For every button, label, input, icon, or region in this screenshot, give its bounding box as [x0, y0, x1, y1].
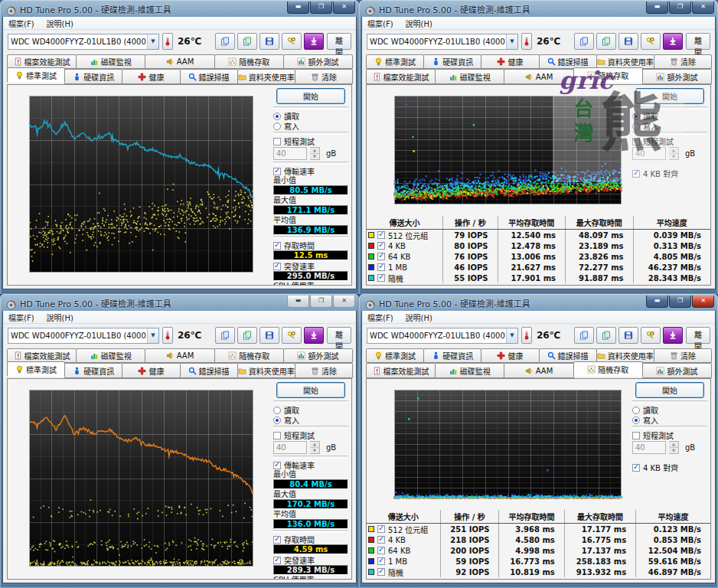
spinner-down-icon[interactable]: ▼ — [669, 154, 678, 159]
tab-fileperf[interactable]: 檔案效能測試 — [366, 69, 436, 84]
radio-unselected[interactable] — [273, 122, 281, 130]
maximize-button[interactable]: ❐ — [669, 2, 691, 14]
tab-monitor[interactable]: 磁碟監視 — [435, 363, 504, 378]
drive-select[interactable]: WDC WD4000FYYZ-01UL1B0 (4000 gB ▼ — [367, 328, 518, 344]
align-4kb-checkbox[interactable]: 4 KB 對齊 — [632, 168, 707, 178]
burst-rate-checkbox[interactable]: 突發速率 — [273, 261, 348, 271]
spinner-down-icon[interactable]: ▼ — [310, 154, 319, 159]
tab-info[interactable]: 硬碟資訊 — [64, 363, 122, 378]
minimize-button[interactable]: ▬ — [287, 2, 309, 14]
temperature-button[interactable] — [521, 327, 532, 344]
close-button[interactable]: ✕ — [333, 296, 355, 308]
checkbox[interactable] — [632, 432, 640, 439]
tab-bulb[interactable]: 標準測試 — [366, 54, 424, 69]
radio-unselected[interactable] — [273, 407, 281, 414]
copy-text-button[interactable] — [574, 33, 594, 50]
radio-selected[interactable] — [273, 416, 281, 424]
tab-folder[interactable]: 資料夾使用率 — [237, 69, 295, 84]
temperature-button[interactable] — [162, 33, 173, 50]
spinner-buttons[interactable]: ▲▼ — [310, 441, 320, 454]
access-time-checkbox[interactable]: 存取時間 — [273, 534, 348, 544]
tab-info[interactable]: 硬碟資訊 — [64, 69, 122, 84]
short-test-size-input[interactable]: 40 — [632, 147, 666, 160]
drive-select[interactable]: WDC WD4000FYYZ-01UL1B0 (4000 gB ▼ — [8, 328, 159, 344]
close-button[interactable]: ✕ — [692, 2, 714, 14]
copy-image-button[interactable] — [596, 327, 616, 344]
close-button[interactable]: ✕ — [692, 296, 714, 308]
spinner-up-icon[interactable]: ▲ — [669, 148, 678, 154]
start-button[interactable]: 開始 — [276, 88, 345, 104]
start-button[interactable]: 開始 — [635, 88, 704, 104]
tab-health[interactable]: 健康 — [122, 363, 180, 378]
spinner-down-icon[interactable]: ▼ — [669, 448, 678, 453]
tab-bulb[interactable]: 標準測試 — [366, 348, 424, 363]
titlebar[interactable]: HD Tune Pro 5.00 - 硬碟檢測-維護工具 ▬ ❐ ✕ — [361, 294, 716, 311]
spinner-up-icon[interactable]: ▲ — [669, 442, 678, 448]
write-radio[interactable]: 寫入 — [273, 415, 348, 425]
drive-select[interactable]: WDC WD4000FYYZ-01UL1B0 (4000 gB ▼ — [8, 34, 159, 50]
checkbox[interactable] — [273, 263, 281, 270]
copy-image-button[interactable] — [237, 327, 257, 344]
copy-image-button[interactable] — [596, 33, 616, 50]
maximize-button[interactable]: ❐ — [310, 2, 332, 14]
write-radio[interactable]: 寫入 — [632, 415, 707, 425]
copy-image-button[interactable] — [237, 33, 257, 50]
tab-trash[interactable]: 清除 — [295, 69, 353, 84]
align-4kb-checkbox[interactable]: 4 KB 對齊 — [632, 462, 707, 472]
transfer-rate-checkbox[interactable]: 傳輸速率 — [273, 460, 348, 470]
short-test-size-input[interactable]: 40 — [273, 147, 307, 160]
menu-help[interactable]: 說明(H) — [406, 312, 432, 323]
tab-aam[interactable]: AAM — [145, 54, 214, 69]
tab-trash[interactable]: 清除 — [654, 54, 712, 69]
tab-bulb[interactable]: 標準測試 — [7, 67, 65, 83]
tab-random[interactable]: 隨機存取 — [573, 67, 643, 83]
checkbox[interactable] — [273, 557, 281, 564]
tab-extra[interactable]: 額外測試 — [642, 363, 712, 378]
series-checkbox[interactable] — [377, 547, 385, 554]
menu-file[interactable]: 檔案(F) — [367, 312, 393, 323]
checkbox[interactable] — [273, 536, 281, 544]
radio-selected[interactable] — [632, 113, 640, 120]
series-checkbox[interactable] — [377, 231, 385, 239]
radio-selected[interactable] — [632, 416, 640, 424]
minimize-button[interactable]: ▬ — [287, 296, 309, 308]
tab-extra[interactable]: 額外測試 — [642, 69, 712, 84]
copy-text-button[interactable] — [215, 33, 235, 50]
start-button[interactable]: 開始 — [276, 382, 345, 398]
temperature-button[interactable] — [162, 327, 173, 344]
access-time-checkbox[interactable]: 存取時間 — [273, 240, 348, 250]
tab-scan[interactable]: 錯誤掃描 — [180, 363, 238, 378]
tab-monitor[interactable]: 磁碟監視 — [435, 69, 504, 84]
series-checkbox[interactable] — [377, 536, 385, 544]
short-test-checkbox[interactable]: 短程測試 — [273, 430, 348, 440]
tab-monitor[interactable]: 磁碟監視 — [76, 54, 145, 69]
checkbox[interactable] — [632, 170, 640, 178]
options-keys-button[interactable] — [282, 327, 302, 344]
copy-text-button[interactable] — [574, 327, 594, 344]
save-button[interactable] — [618, 33, 638, 50]
menu-help[interactable]: 說明(H) — [47, 18, 73, 29]
download-button[interactable] — [663, 33, 683, 50]
tab-trash[interactable]: 清除 — [654, 348, 712, 363]
checkbox[interactable] — [632, 464, 640, 472]
tab-trash[interactable]: 清除 — [295, 363, 353, 378]
checkbox[interactable] — [273, 462, 281, 469]
tab-random[interactable]: 隨機存取 — [214, 348, 284, 363]
download-button[interactable] — [304, 33, 324, 50]
spinner-up-icon[interactable]: ▲ — [310, 148, 319, 154]
radio-selected[interactable] — [273, 113, 281, 120]
tab-random[interactable]: 隨機存取 — [214, 54, 284, 69]
copy-text-button[interactable] — [215, 327, 235, 344]
tab-aam[interactable]: AAM — [504, 363, 573, 378]
write-radio[interactable]: 寫入 — [632, 121, 707, 131]
exit-button[interactable]: 離開 — [327, 33, 351, 50]
tab-aam[interactable]: AAM — [504, 69, 573, 84]
save-button[interactable] — [618, 327, 638, 344]
short-test-checkbox[interactable]: 短程測試 — [632, 136, 707, 146]
burst-rate-checkbox[interactable]: 突發速率 — [273, 555, 348, 565]
tab-extra[interactable]: 額外測試 — [283, 348, 353, 363]
close-button[interactable]: ✕ — [333, 2, 355, 14]
spinner-down-icon[interactable]: ▼ — [310, 448, 319, 453]
options-keys-button[interactable] — [641, 33, 661, 50]
tab-monitor[interactable]: 磁碟監視 — [76, 348, 145, 363]
